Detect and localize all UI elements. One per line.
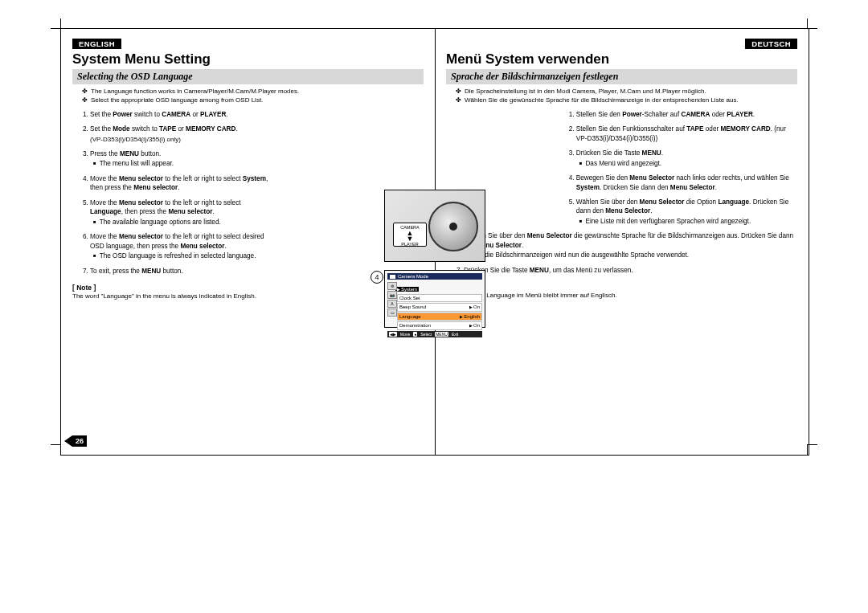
page-number-badge: 26: [72, 435, 87, 447]
step-sub-bullet: The menu list will appear.: [93, 159, 272, 168]
tab-icon: 📷: [387, 291, 397, 299]
note-text: Der Ausdruck Language im Menü bleibt imm…: [446, 292, 797, 299]
step-item: To exit, press the MENU button.: [90, 267, 272, 276]
language-tag-deutsch: DEUTSCH: [745, 39, 797, 49]
key-hint-label: Exit: [452, 332, 458, 337]
bullet-item: Wählen Sie die gewünschte Sprache für di…: [456, 96, 797, 105]
step-item: Bewegen Sie den Menu Selector nach links…: [576, 174, 797, 192]
instruction-steps: Set the Power switch to CAMERA or PLAYER…: [72, 110, 272, 276]
figure-power-switch: 1 CAMERA ▲ ▼ PLAYER: [384, 190, 485, 262]
osd-menu-row: Clock Set-: [397, 294, 482, 302]
section-title: Menü System verwenden: [446, 51, 797, 67]
step-item: Move the Menu selector to the left or ri…: [90, 198, 272, 227]
step-item: Set the Power switch to CAMERA or PLAYER…: [90, 110, 272, 119]
key-hint-label: Move: [400, 332, 410, 337]
osd-menu-row: LanguageEnglish: [397, 313, 482, 321]
osd-menu-rows: Clock Set-Beep SoundOnLanguageEnglishDem…: [397, 294, 482, 330]
osd-row-label: Demonstration: [399, 322, 431, 329]
note-text: The word "Language" in the menu is alway…: [72, 292, 424, 300]
step-subnote: (VP-D353(i)/D354(i)/355(i) only): [90, 135, 272, 144]
step-item: Stellen Sie den Power-Schalter auf CAMER…: [576, 110, 797, 119]
step-item: Drücken Sie die Taste MENU.Das Menü wird…: [576, 149, 797, 168]
key-hint-icon: ●: [413, 332, 417, 337]
bullet-item: Die Spracheinstellung ist in den Modi Ca…: [456, 88, 797, 96]
step-sub-bullet: Eine Liste mit den verfügbaren Sprachen …: [579, 217, 797, 226]
step-item: Wählen Sie über den Menu Selector die Op…: [576, 198, 797, 226]
bullet-item: The Language function works in Camera/Pl…: [82, 88, 424, 96]
step-item: Move the Menu selector to the left or ri…: [90, 232, 272, 260]
figure-number-icon: 4: [371, 271, 383, 284]
step-sub-bullet: Für die Bildschirmanzeigen wird nun die …: [467, 251, 797, 260]
right-column: DEUTSCH Menü System verwenden Sprache de…: [435, 29, 809, 305]
osd-titlebar: Camera Mode: [387, 273, 482, 280]
step-item: Wählen Sie über den Menu Selector die ge…: [464, 231, 797, 260]
osd-row-value: On: [469, 304, 480, 310]
osd-row-label: Beep Sound: [399, 304, 426, 310]
osd-side-icons: ⚙ 📷 A ▭: [387, 282, 395, 317]
left-column: ENGLISH System Menu Setting Selecting th…: [61, 29, 435, 306]
note-heading: [ Hinweis ]: [446, 283, 797, 291]
camera-icon: [390, 275, 395, 279]
step-sub-bullet: The OSD language is refreshed in selecte…: [93, 251, 272, 260]
language-tag-english: ENGLISH: [72, 39, 121, 49]
osd-title-text: Camera Mode: [398, 274, 428, 279]
instruction-steps-continued: Wählen Sie über den Menu Selector die ge…: [446, 231, 797, 275]
osd-menu-row: Beep SoundOn: [397, 303, 482, 311]
step-sub-bullet: Das Menü wird angezeigt.: [579, 159, 797, 168]
key-hint-icon: ◀▶: [389, 332, 397, 337]
intro-bullets: The Language function works in Camera/Pl…: [72, 88, 424, 105]
osd-row-value: On: [469, 322, 480, 329]
tab-icon: A: [387, 300, 397, 308]
figure-osd-menu: 4 Camera Mode System ⚙ 📷 A ▭ Clock Set-B…: [384, 270, 485, 328]
section-subtitle: Sprache der Bildschirmanzeigen festlegen: [446, 69, 797, 84]
arrow-down-icon: ▼: [394, 236, 426, 242]
osd-section-label: System: [395, 287, 419, 292]
intro-bullets: Die Spracheinstellung ist in den Modi Ca…: [446, 88, 797, 105]
tab-icon: ⚙: [387, 282, 397, 290]
osd-row-value: English: [460, 313, 480, 320]
step-item: Stellen Sie den Funktionsschalter auf TA…: [576, 125, 797, 143]
instruction-steps: Stellen Sie den Power-Schalter auf CAMER…: [559, 110, 797, 227]
osd-bottom-bar: ◀▶Move ●Select MENUExit: [387, 331, 482, 337]
figure-area: 1 CAMERA ▲ ▼ PLAYER 4 Camera Mode System…: [384, 190, 485, 336]
step-item: Drücken Sie die Taste MENU, um das Menü …: [464, 266, 797, 275]
section-title: System Menu Setting: [72, 51, 424, 67]
step-item: Set the Mode switch to TAPE or MEMORY CA…: [90, 125, 272, 144]
osd-menu-row: DemonstrationOn: [397, 321, 482, 329]
osd-row-label: Language: [399, 313, 421, 320]
step-sub-bullet: The available language options are liste…: [93, 218, 272, 227]
section-subtitle: Selecting the OSD Language: [72, 69, 424, 84]
power-dial-icon: [428, 202, 478, 251]
manual-page: ENGLISH System Menu Setting Selecting th…: [60, 28, 809, 456]
tab-icon: ▭: [387, 309, 397, 317]
key-hint-label: Select: [420, 332, 432, 337]
note-heading: [ Note ]: [72, 284, 424, 292]
step-item: Press the MENU button.The menu list will…: [90, 149, 272, 169]
switch-label-player: PLAYER: [394, 242, 426, 247]
bullet-item: Select the appropriate OSD language amon…: [82, 96, 424, 105]
step-item: Move the Menu selector to the left or ri…: [90, 174, 272, 193]
key-hint-icon: MENU: [435, 332, 448, 337]
osd-row-label: Clock Set: [399, 295, 420, 301]
camera-player-switch-label: CAMERA ▲ ▼ PLAYER: [393, 223, 427, 247]
